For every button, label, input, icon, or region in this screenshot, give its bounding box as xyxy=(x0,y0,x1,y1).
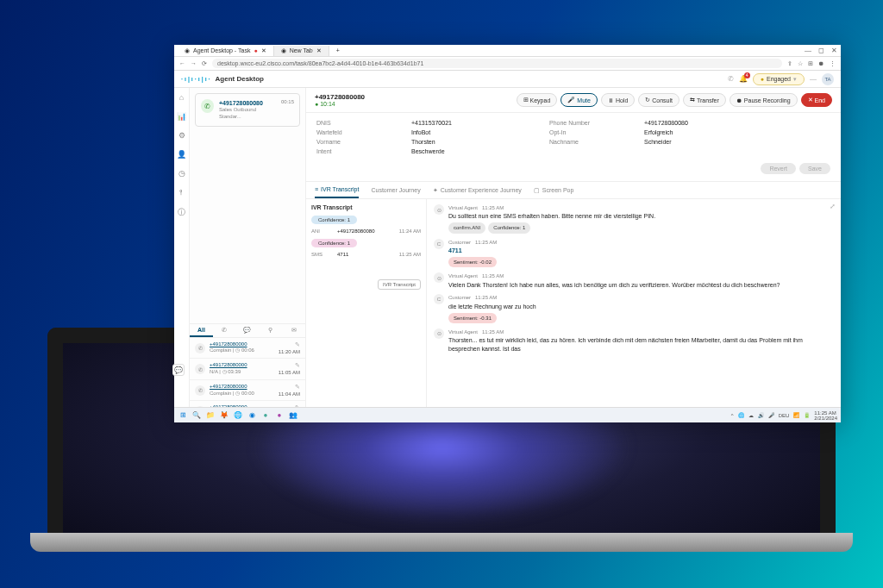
tray-onedrive-icon[interactable]: ☁ xyxy=(748,412,754,418)
app-title: Agent Desktop xyxy=(216,75,264,83)
info-label: Vorname xyxy=(316,139,377,145)
phone-icon[interactable]: ✆ xyxy=(728,75,734,83)
active-call-number: +491728080080 xyxy=(219,99,276,107)
tab-customer-journey[interactable]: Customer Journey xyxy=(371,182,420,198)
bot-icon: ⊙ xyxy=(434,272,444,283)
info-label: Nachname xyxy=(549,139,610,145)
expand-icon[interactable]: ⤢ xyxy=(830,203,836,210)
history-tab-social[interactable]: ⚲ xyxy=(259,324,282,337)
active-call-timer: 00:15 xyxy=(281,99,294,121)
tray-mic-icon[interactable]: 🎤 xyxy=(768,412,774,418)
end-call-button[interactable]: ✕ End xyxy=(801,93,832,107)
info-value: InfoBot xyxy=(411,129,515,135)
explorer-icon[interactable]: 📁 xyxy=(205,410,216,421)
transcript-messages: ⤢ ⊙Virtual Agent 11:25 AMDu solltest nun… xyxy=(427,199,841,422)
maximize-icon[interactable]: ◻ xyxy=(818,47,824,54)
start-icon[interactable]: ⊞ xyxy=(178,410,188,421)
tray-sound-icon[interactable]: 🔊 xyxy=(758,412,764,418)
info-label: Opt-In xyxy=(549,129,610,135)
call-duration: 10:14 xyxy=(320,101,335,107)
active-call-queue: Sales Outbound Standar... xyxy=(219,107,276,121)
back-icon[interactable]: ← xyxy=(179,60,185,66)
pause-recording-button[interactable]: ⏺ Pause Recording xyxy=(730,93,798,107)
avatar[interactable]: TA xyxy=(822,73,834,85)
mute-button[interactable]: 🎤 Mute xyxy=(560,93,598,107)
transcript-message: ⊙Virtual Agent 11:25 AMDu solltest nun e… xyxy=(434,204,834,234)
app-icon-2[interactable]: ● xyxy=(274,410,285,421)
info-value: +41315370021 xyxy=(411,120,515,126)
history-tab-chat[interactable]: 💬 xyxy=(236,324,260,337)
call-number: +491728080080 xyxy=(315,93,365,101)
tray-battery-icon[interactable]: 🔋 xyxy=(804,412,810,418)
teams-icon[interactable]: 👥 xyxy=(288,410,298,421)
stats-icon[interactable]: 📊 xyxy=(177,112,186,121)
tab-cx-journey[interactable]: ✦ Customer Experience Journey xyxy=(433,182,522,198)
tray-webex-icon[interactable]: 🌐 xyxy=(738,412,744,418)
reload-icon[interactable]: ⟳ xyxy=(202,60,207,67)
clock-icon[interactable]: ◷ xyxy=(178,169,185,178)
search-icon[interactable]: 🔍 xyxy=(191,410,202,421)
history-row[interactable]: ✆+491728080000Complain | ◷ 00:00✎11:04 A… xyxy=(190,380,305,402)
transfer-button[interactable]: ⇆ Transfer xyxy=(683,93,726,107)
url-field[interactable]: desktop.wxcc-eu2.cisco.com/task/80ea7bc2… xyxy=(212,59,782,68)
browser-tab-1[interactable]: ◉ Agent Desktop - Task ● ✕ xyxy=(178,46,274,56)
revert-button[interactable]: Revert xyxy=(761,163,796,174)
notification-bell-icon[interactable]: 🔔4 xyxy=(739,75,748,83)
edit-icon[interactable]: ✎ xyxy=(295,384,300,391)
history-row[interactable]: ✆+491728080000N/A | ◷ 03:39✎11:05 AM xyxy=(190,359,305,380)
browser-titlebar: ◉ Agent Desktop - Task ● ✕ ◉ New Tab ✕ +… xyxy=(174,45,841,57)
browser-tab-2[interactable]: ◉ New Tab ✕ xyxy=(274,46,329,56)
home-icon[interactable]: ⌂ xyxy=(179,93,184,102)
tab-ivr-transcript[interactable]: ≡ IVR Transcript xyxy=(315,182,359,198)
keypad-button[interactable]: ⊞ Keypad xyxy=(517,93,558,107)
tray-wifi-icon[interactable]: 📶 xyxy=(793,412,799,418)
info-value: Erfolgreich xyxy=(644,129,748,135)
windows-taskbar: ⊞ 🔍 📁 🦊 🌐 ◉ ● ● 👥 ^ 🌐 ☁ 🔊 🎤 DEU 📶 🔋 11:2… xyxy=(174,407,841,422)
new-tab-button[interactable]: + xyxy=(329,46,347,56)
hold-button[interactable]: ⏸ Hold xyxy=(601,93,635,107)
history-tab-call[interactable]: ✆ xyxy=(213,324,236,337)
forward-icon[interactable]: → xyxy=(191,60,197,66)
info-label: Phone Number xyxy=(549,120,610,126)
customer-icon: C xyxy=(434,294,444,304)
sliders-icon[interactable]: ⚙ xyxy=(178,131,185,140)
history-tab-email[interactable]: ✉ xyxy=(282,324,305,337)
phone-icon: ✆ xyxy=(195,343,205,353)
profile-icon[interactable]: ⏺ xyxy=(818,60,824,66)
edit-icon[interactable]: ✎ xyxy=(295,341,300,348)
minimize-icon[interactable]: — xyxy=(805,47,811,54)
edit-icon[interactable]: ✎ xyxy=(295,362,300,369)
agent-status[interactable]: ● Engaged ▾ xyxy=(753,73,805,85)
chrome-icon[interactable]: 🌐 xyxy=(233,410,243,421)
tab-screen-pop[interactable]: ▢ Screen Pop xyxy=(534,182,574,198)
chip: confirm.ANI xyxy=(448,222,485,233)
tray-icon[interactable]: ^ xyxy=(731,413,734,418)
tray-lang[interactable]: DEU xyxy=(779,413,790,418)
contacts-icon[interactable]: 👤 xyxy=(177,150,186,159)
info-label: Intent xyxy=(316,148,377,154)
info-value: +491728080080 xyxy=(644,120,748,126)
consult-button[interactable]: ↻ Consult xyxy=(638,93,679,107)
customer-icon: C xyxy=(434,239,444,249)
active-call-card[interactable]: ✆ +491728080080 Sales Outbound Standar..… xyxy=(195,93,300,127)
save-button[interactable]: Save xyxy=(799,163,830,174)
transcript-message: ⊙Virtual Agent 11:25 AMThorsten... es tu… xyxy=(434,328,834,353)
firefox-icon[interactable]: 🦊 xyxy=(219,410,229,421)
history-row[interactable]: ✆+491728080000Complain | ◷ 00:06✎11:20 A… xyxy=(190,338,305,360)
cisco-logo: ·ı|ı·ı|ı· xyxy=(181,76,212,82)
help-icon[interactable]: ⓘ xyxy=(178,207,185,218)
chat-popup-icon[interactable]: 💬 xyxy=(174,364,185,376)
close-icon[interactable]: ✕ xyxy=(831,47,837,54)
edge-icon[interactable]: ◉ xyxy=(247,410,257,421)
star-icon[interactable]: ☆ xyxy=(798,60,803,67)
content-area: +491728080080 ● 10:14 ⊞ Keypad 🎤 Mute ⏸ … xyxy=(306,88,841,422)
minus-icon[interactable]: — xyxy=(810,75,817,83)
menu-icon[interactable]: ⋮ xyxy=(830,60,836,67)
history-tab-all[interactable]: All xyxy=(190,324,213,337)
tray-clock[interactable]: 11:25 AM2/21/2024 xyxy=(814,410,837,421)
share-icon[interactable]: ⇪ xyxy=(787,60,792,67)
app-icon[interactable]: ● xyxy=(260,410,271,421)
ext-icon[interactable]: ⊞ xyxy=(808,60,813,67)
analytics-icon[interactable]: ⫯ xyxy=(179,188,184,197)
transcript-message: CCustomer 11:25 AMdie letzte Rechnung wa… xyxy=(434,294,834,323)
